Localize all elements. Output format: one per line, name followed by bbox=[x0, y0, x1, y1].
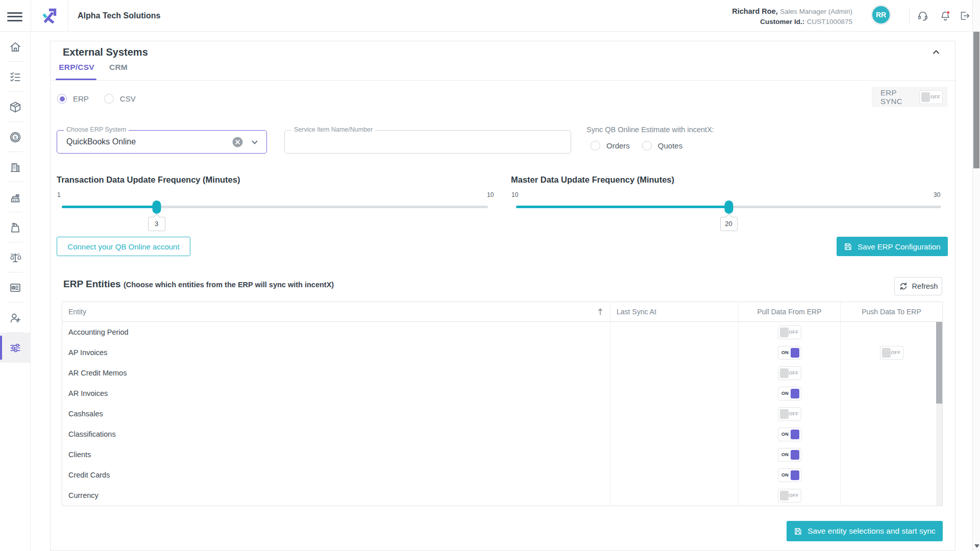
pull-data-toggle[interactable]: OFF bbox=[778, 407, 801, 421]
column-pull: Pull Data From ERP bbox=[739, 302, 841, 321]
sort-ascending-icon bbox=[597, 308, 604, 316]
table-row: Accounting PeriodOFF bbox=[62, 322, 942, 342]
column-entity[interactable]: Entity bbox=[62, 302, 610, 321]
push-data-cell bbox=[841, 485, 942, 506]
pull-data-cell: OFF bbox=[739, 322, 841, 342]
sidebar-item-settings[interactable] bbox=[0, 333, 30, 363]
chevron-down-icon[interactable] bbox=[250, 138, 259, 147]
toggle-state-label: ON bbox=[780, 432, 791, 437]
erp-system-select[interactable]: Choose ERP System QuickBooks Online bbox=[57, 130, 267, 154]
pull-data-toggle[interactable]: OFF bbox=[778, 489, 801, 503]
clear-selection-icon[interactable] bbox=[232, 137, 243, 147]
entities-title: ERP Entities (Choose which entities from… bbox=[63, 279, 334, 290]
slider-thumb[interactable] bbox=[152, 201, 161, 214]
table-row: AP InvoicesONOFF bbox=[62, 342, 942, 363]
shopping-bag-icon bbox=[9, 221, 22, 234]
tab-crm[interactable]: CRM bbox=[107, 63, 130, 80]
last-sync-cell bbox=[610, 465, 739, 485]
table-scrollbar[interactable] bbox=[936, 322, 942, 506]
tabs-divider bbox=[51, 80, 955, 81]
support-headset-icon[interactable] bbox=[917, 10, 929, 22]
page-scrollbar[interactable] bbox=[972, 0, 980, 551]
source-type-radios: ERP CSV bbox=[57, 94, 145, 104]
slider-thumb[interactable] bbox=[724, 201, 733, 214]
last-sync-cell bbox=[610, 485, 739, 506]
radio-quotes[interactable] bbox=[642, 141, 652, 151]
toggle-knob bbox=[921, 92, 930, 102]
radio-quotes-label: Quotes bbox=[658, 141, 682, 150]
radio-erp[interactable] bbox=[57, 94, 67, 104]
pull-data-toggle[interactable]: OFF bbox=[778, 325, 801, 339]
svg-text:C: C bbox=[17, 253, 20, 256]
toggle-state-label: OFF bbox=[789, 370, 799, 375]
cash-register-icon bbox=[9, 191, 22, 204]
master-slider-label: Master Data Update Frequency (Minutes) bbox=[511, 175, 674, 185]
save-entities-label: Save entity selections and start sync bbox=[807, 527, 936, 536]
pull-data-cell: OFF bbox=[739, 363, 841, 383]
sidebar-item-purchases[interactable] bbox=[0, 212, 30, 242]
toggle-state-label: OFF bbox=[789, 493, 799, 498]
toggle-state-label: OFF bbox=[930, 94, 941, 99]
save-erp-config-button[interactable]: Save ERP Configuration bbox=[837, 237, 948, 256]
entities-table: Entity Last Sync At Pull Data From ERP P… bbox=[62, 302, 943, 506]
refresh-button[interactable]: Refresh bbox=[894, 277, 942, 295]
service-item-input[interactable]: Service Item Name/Number bbox=[284, 130, 571, 154]
table-row: CurrencyOFF bbox=[62, 485, 942, 506]
table-row: ClassificationsON bbox=[62, 424, 942, 444]
sidebar-item-company[interactable] bbox=[0, 152, 30, 182]
notifications-bell-icon[interactable] bbox=[939, 10, 951, 22]
collapse-chevron-up-icon[interactable] bbox=[932, 47, 941, 57]
erp-sync-control: ERP SYNC OFF bbox=[872, 87, 947, 107]
toggle-state-label: OFF bbox=[789, 411, 799, 416]
master-frequency-slider[interactable]: 20 bbox=[516, 204, 941, 234]
sidebar-item-tasks[interactable] bbox=[0, 62, 30, 92]
slider-max-label: 30 bbox=[934, 191, 940, 198]
sidebar-item-ledger[interactable]: D C bbox=[0, 242, 30, 272]
pull-data-toggle[interactable]: ON bbox=[778, 428, 801, 441]
transaction-frequency-slider[interactable]: 3 bbox=[62, 204, 488, 234]
slider-fill bbox=[516, 206, 729, 208]
column-push: Push Data To ERP bbox=[841, 302, 942, 321]
pull-data-toggle[interactable]: ON bbox=[778, 468, 801, 482]
toggle-knob bbox=[780, 409, 789, 419]
last-sync-cell bbox=[610, 383, 739, 404]
panel-title: External Systems bbox=[63, 46, 148, 58]
scroll-down-arrow-icon[interactable] bbox=[974, 544, 979, 548]
table-row: CashsalesOFF bbox=[62, 404, 942, 424]
push-data-toggle[interactable]: OFF bbox=[880, 346, 903, 360]
pull-data-toggle[interactable]: ON bbox=[778, 387, 801, 400]
hamburger-menu-icon[interactable] bbox=[7, 10, 22, 22]
radio-csv[interactable] bbox=[104, 94, 114, 104]
sidebar-item-reports[interactable] bbox=[0, 272, 30, 303]
table-scrollbar-thumb[interactable] bbox=[936, 322, 942, 404]
company-name: Alpha Tech Solutions bbox=[78, 11, 160, 20]
radio-orders-label: Orders bbox=[606, 141, 630, 150]
erp-system-value: QuickBooks Online bbox=[66, 131, 136, 153]
pull-data-toggle[interactable]: OFF bbox=[778, 366, 801, 380]
slider-max-label: 10 bbox=[487, 191, 494, 198]
erp-sync-toggle[interactable]: OFF bbox=[919, 90, 943, 104]
radio-orders[interactable] bbox=[591, 141, 600, 151]
tab-erp-csv[interactable]: ERP/CSV bbox=[58, 63, 95, 80]
toggle-knob bbox=[780, 328, 789, 337]
avatar[interactable]: RR bbox=[871, 5, 891, 25]
sidebar-item-payments[interactable]: $ bbox=[0, 122, 30, 152]
connect-qb-button[interactable]: Connect your QB Online account bbox=[57, 237, 190, 256]
pull-data-toggle[interactable]: ON bbox=[778, 448, 801, 462]
pull-data-toggle[interactable]: ON bbox=[778, 346, 801, 360]
page-scrollbar-thumb[interactable] bbox=[973, 32, 979, 168]
sidebar-item-home[interactable] bbox=[0, 32, 30, 62]
sidebar-item-sales[interactable] bbox=[0, 182, 30, 212]
sidebar-item-add-user[interactable] bbox=[0, 303, 30, 333]
save-entities-button[interactable]: Save entity selections and start sync bbox=[787, 521, 943, 541]
last-sync-cell bbox=[610, 404, 739, 424]
sidebar-item-products[interactable] bbox=[0, 92, 30, 122]
table-row: Credit CardsON bbox=[62, 465, 942, 485]
toggle-knob bbox=[780, 491, 789, 500]
slider-min-label: 10 bbox=[511, 191, 518, 198]
push-data-cell bbox=[841, 424, 942, 444]
toggle-state-label: ON bbox=[780, 472, 791, 478]
estimate-sync-label: Sync QB Online Estimate with incentX: bbox=[586, 126, 714, 134]
tasks-checklist-icon bbox=[9, 70, 22, 84]
logout-icon[interactable] bbox=[959, 10, 971, 22]
